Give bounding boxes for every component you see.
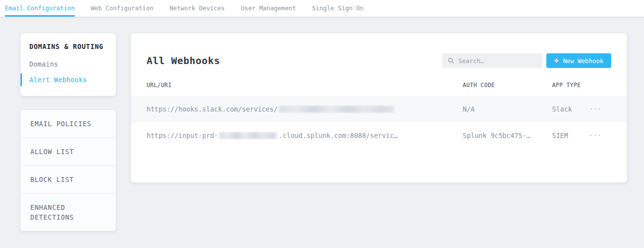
redacted-url-segment [279,106,394,113]
top-nav: Email Configuration Web Configuration Ne… [0,0,644,17]
plus-icon: + [554,57,558,65]
nav-tabs: Email Configuration Web Configuration Ne… [0,0,644,17]
tab-user-management[interactable]: User Management [241,0,296,17]
tab-email-configuration[interactable]: Email Configuration [5,0,75,17]
app-type-cell: Slack [552,105,590,113]
column-header-auth-code: AUTH CODE [463,82,552,89]
webhook-url-cell: https://hooks.slack.com/services/ [147,105,463,113]
new-webhook-button-label: New Webhook [563,57,603,65]
webhook-url-cell: https://input-prd- .cloud.splunk.com:808… [147,132,463,139]
webhook-url-prefix: https://hooks.slack.com/services/ [147,105,278,113]
page-title: All Webhooks [147,55,220,67]
sidebar-item-enhanced-detections[interactable]: ENHANCED DETECTIONS [21,193,116,231]
app-type-cell: SIEM [552,132,590,139]
webhook-url-prefix: https://input-prd- [147,132,218,139]
tab-single-sign-on[interactable]: Single Sign On [312,0,364,17]
sidebar-item-alert-webhooks[interactable]: Alert Webhooks [21,72,116,88]
domains-routing-title: DOMAINS & ROUTING [29,42,107,51]
sidebar-item-block-list[interactable]: BLOCK LIST [21,165,116,193]
webhook-url-suffix: .cloud.splunk.com:8088/servic… [279,132,398,139]
table-header-row: URL/URI AUTH CODE APP TYPE [131,74,627,96]
webhooks-panel: All Webhooks + New Webhook URL/URI AUTH … [131,33,627,182]
table-row: https://input-prd- .cloud.splunk.com:808… [131,122,627,149]
table-row: https://hooks.slack.com/services/ N/A Sl… [131,96,627,122]
search-icon [448,57,454,64]
domains-routing-card: DOMAINS & ROUTING Domains Alert Webhooks [21,33,116,96]
column-header-url-uri: URL/URI [147,82,463,89]
row-menu-ellipsis-icon[interactable]: ••• [590,105,602,113]
header-actions: + New Webhook [442,53,611,68]
column-header-app-type: APP TYPE [552,82,590,89]
sidebar-item-allow-list[interactable]: ALLOW LIST [21,137,116,165]
redacted-url-segment [219,132,277,139]
tab-network-devices[interactable]: Network Devices [170,0,225,17]
sidebar-item-domains[interactable]: Domains [21,56,116,72]
tab-web-configuration[interactable]: Web Configuration [91,0,153,17]
webhooks-panel-header: All Webhooks + New Webhook [131,33,627,74]
auth-code-cell: Splunk 9c5bc475-… [463,132,552,139]
search-input[interactable] [458,57,537,65]
search-box[interactable] [442,53,542,68]
new-webhook-button[interactable]: + New Webhook [546,53,611,68]
row-menu-ellipsis-icon[interactable]: ••• [590,132,602,140]
sidebar-item-email-policies[interactable]: EMAIL POLICIES [21,110,116,137]
auth-code-cell: N/A [463,105,552,113]
policy-sections-card: EMAIL POLICIES ALLOW LIST BLOCK LIST ENH… [21,110,116,231]
